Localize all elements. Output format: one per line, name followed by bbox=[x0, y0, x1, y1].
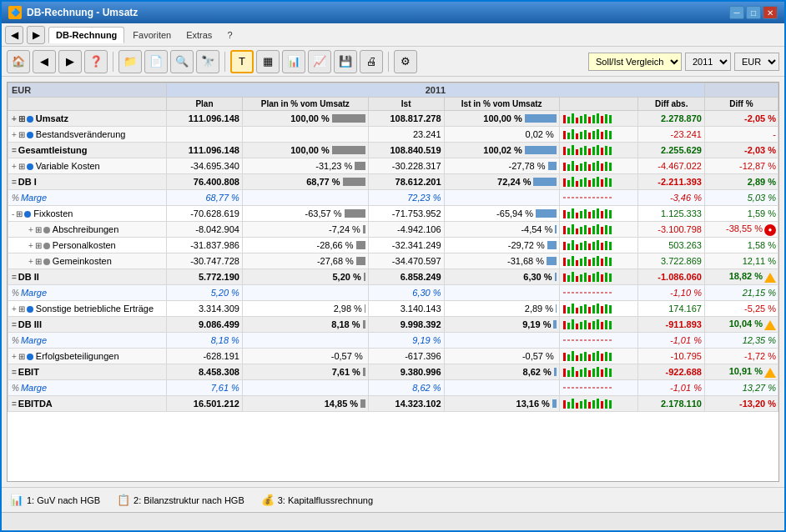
tab-db-rechnung[interactable]: DB-Rechnung bbox=[48, 27, 124, 43]
expand-icon[interactable]: ⊞ bbox=[16, 209, 23, 218]
svg-rect-30 bbox=[588, 148, 591, 155]
row-diff-13: -911.893 bbox=[638, 317, 704, 333]
svg-rect-17 bbox=[584, 130, 587, 139]
year-selector[interactable]: 2011 bbox=[685, 53, 731, 71]
row-ist-10: 6.858.249 bbox=[368, 269, 444, 285]
menu-favoriten[interactable]: Favoriten bbox=[126, 28, 178, 43]
svg-rect-170 bbox=[609, 369, 612, 377]
svg-rect-76 bbox=[576, 228, 578, 234]
row-label-17: %Marge bbox=[8, 380, 167, 396]
row-label-9: +⊞Gemeinkosten bbox=[8, 253, 167, 269]
svg-rect-71 bbox=[605, 209, 607, 218]
warn-badge bbox=[764, 368, 776, 378]
svg-rect-13 bbox=[567, 133, 570, 139]
row-chart-11 bbox=[559, 285, 638, 301]
menu-help[interactable]: ? bbox=[220, 28, 239, 43]
expand-icon[interactable]: ⊞ bbox=[18, 130, 25, 139]
row-label-13: =DB III bbox=[8, 317, 167, 333]
svg-rect-82 bbox=[601, 227, 603, 234]
svg-rect-40 bbox=[580, 163, 582, 171]
toolbar-btn-search[interactable]: 🔍 bbox=[170, 50, 194, 73]
view-selector[interactable]: Soll/Ist Vergleich bbox=[588, 53, 682, 71]
currency-selector[interactable]: EUR bbox=[734, 53, 779, 71]
ist-pct-value: 72,24 % bbox=[497, 177, 531, 187]
svg-rect-64 bbox=[576, 213, 578, 218]
row-ist-17: 8,62 % bbox=[368, 380, 444, 396]
svg-rect-144 bbox=[605, 320, 607, 329]
svg-rect-179 bbox=[592, 400, 595, 409]
svg-rect-52 bbox=[580, 179, 582, 187]
toolbar-btn-export[interactable]: 💾 bbox=[334, 50, 357, 73]
row-ist-5: 72,23 % bbox=[368, 190, 444, 206]
toolbar-btn-settings[interactable]: ⚙ bbox=[394, 50, 417, 73]
row-text: DB II bbox=[18, 272, 39, 282]
row-chart-4 bbox=[559, 174, 638, 190]
svg-rect-183 bbox=[609, 400, 612, 409]
row-ist-pct-2: 100,02 % bbox=[444, 143, 559, 158]
plan-pct-value: 100,00 % bbox=[290, 145, 329, 155]
svg-rect-169 bbox=[605, 368, 607, 377]
expand-icon[interactable]: ⊞ bbox=[35, 225, 42, 234]
row-plan-pct-8: -28,66 % bbox=[242, 238, 368, 253]
expand-icon[interactable]: ⊞ bbox=[35, 241, 42, 250]
row-diff-3: -4.467.022 bbox=[638, 158, 704, 174]
svg-rect-157 bbox=[605, 352, 607, 361]
expand-icon[interactable]: ⊞ bbox=[18, 352, 25, 361]
blue-dot-icon bbox=[27, 132, 33, 138]
toolbar-btn-home[interactable]: 🏠 bbox=[7, 50, 30, 73]
ist-bar bbox=[533, 178, 556, 186]
svg-rect-24 bbox=[563, 147, 566, 155]
expand-icon[interactable]: ⊞ bbox=[35, 257, 42, 266]
col-header-label bbox=[8, 98, 167, 111]
row-prefix: % bbox=[12, 193, 19, 203]
toolbar-btn-back[interactable]: ◀ bbox=[33, 50, 56, 73]
svg-rect-61 bbox=[563, 210, 566, 218]
toolbar-btn-print[interactable]: 🖨 bbox=[360, 50, 383, 73]
svg-rect-83 bbox=[605, 225, 607, 234]
row-ist-9: -34.470.597 bbox=[368, 253, 444, 269]
row-plan-13: 9.086.499 bbox=[167, 317, 243, 333]
toolbar-btn-forward[interactable]: ▶ bbox=[58, 50, 82, 73]
plan-bar bbox=[363, 225, 365, 233]
expand-icon[interactable]: ⊞ bbox=[18, 114, 25, 123]
expand-icon[interactable]: ⊞ bbox=[18, 304, 25, 314]
toolbar-btn-folder[interactable]: 📁 bbox=[118, 50, 142, 73]
toolbar-btn-grid[interactable]: ▦ bbox=[256, 50, 280, 73]
minimize-button[interactable]: ─ bbox=[729, 6, 744, 19]
close-button[interactable]: ✕ bbox=[763, 6, 778, 19]
menu-extras[interactable]: Extras bbox=[179, 28, 219, 43]
row-chart-12 bbox=[559, 301, 638, 317]
toolbar-btn-chart1[interactable]: 📊 bbox=[282, 50, 305, 73]
plan-pct-value: 2,98 % bbox=[334, 304, 362, 314]
svg-rect-55 bbox=[592, 178, 595, 187]
row-chart-13 bbox=[559, 317, 638, 333]
maximize-button[interactable]: □ bbox=[746, 6, 761, 19]
svg-rect-119 bbox=[605, 273, 607, 282]
svg-rect-48 bbox=[563, 178, 566, 187]
svg-rect-110 bbox=[567, 275, 570, 282]
nav-forward-button[interactable]: ▶ bbox=[27, 26, 45, 44]
svg-rect-58 bbox=[605, 178, 607, 187]
row-chart-5 bbox=[559, 190, 638, 206]
row-diff-0: 2.278.870 bbox=[638, 111, 704, 127]
row-prefix: = bbox=[12, 178, 17, 187]
svg-rect-181 bbox=[601, 401, 603, 409]
row-prefix: = bbox=[12, 399, 17, 409]
svg-rect-38 bbox=[572, 161, 574, 171]
status-label-3: 3: Kapitalflussrechnung bbox=[278, 495, 373, 505]
svg-rect-25 bbox=[567, 148, 570, 155]
svg-rect-109 bbox=[563, 274, 566, 282]
col-header-diff: Diff abs. bbox=[638, 98, 704, 111]
nav-back-button[interactable]: ◀ bbox=[5, 26, 23, 44]
toolbar-btn-help[interactable]: ❓ bbox=[84, 50, 108, 73]
expand-icon[interactable]: ⊞ bbox=[18, 162, 25, 171]
svg-rect-51 bbox=[576, 181, 578, 187]
svg-rect-141 bbox=[592, 321, 595, 329]
svg-rect-3 bbox=[576, 118, 578, 123]
toolbar-btn-active[interactable]: T bbox=[230, 50, 254, 73]
toolbar-btn-chart2[interactable]: 📈 bbox=[308, 50, 331, 73]
toolbar-btn-doc[interactable]: 📄 bbox=[144, 50, 168, 73]
toolbar-btn-binoculars[interactable]: 🔭 bbox=[196, 50, 219, 73]
svg-rect-99 bbox=[572, 256, 574, 266]
window-title: DB-Rechnung - Umsatz bbox=[27, 7, 138, 18]
